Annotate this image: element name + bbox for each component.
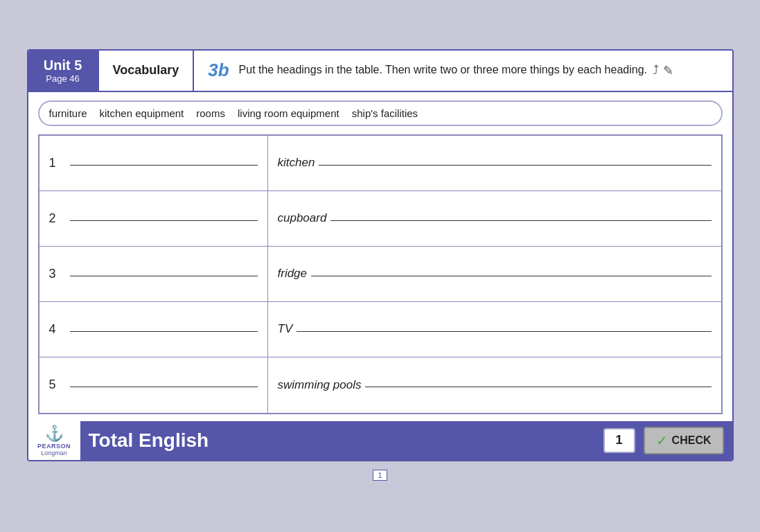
footer: ⚓ PEARSON Longman Total English 1 ✓ CHEC…: [28, 421, 732, 460]
footer-title: Total English: [89, 429, 603, 452]
tag-kitchen-equipment[interactable]: kitchen equipment: [100, 107, 184, 119]
check-icon: ✓: [656, 432, 668, 449]
col-right-2: cupboard: [268, 191, 721, 246]
table-row: 1 kitchen: [39, 136, 721, 191]
col-left-3: 3: [39, 247, 268, 301]
exercise-box: 3b Put the headings in the table. Then w…: [194, 51, 732, 91]
unit-title: Unit 5: [44, 57, 82, 73]
col-left-1: 1: [39, 136, 268, 190]
pencil-icon: ✎: [663, 63, 673, 78]
tag-strip: furniture kitchen equipment rooms living…: [38, 100, 723, 126]
blank-line-4[interactable]: [70, 331, 258, 332]
tag-living-room-equipment[interactable]: living room equipment: [238, 107, 339, 119]
right-word-1: kitchen: [278, 156, 315, 170]
right-word-2: cupboard: [278, 211, 327, 225]
check-label: CHECK: [672, 434, 712, 447]
table-row: 3 fridge: [39, 247, 721, 302]
right-word-4: TV: [278, 322, 293, 336]
row-number-3: 3: [49, 267, 63, 281]
unit-page: Page 46: [46, 73, 79, 84]
blank-line-3[interactable]: [70, 276, 258, 276]
blank-line-2[interactable]: [70, 220, 258, 221]
logo-pearson: PEARSON: [37, 443, 71, 450]
col-left-5: 5: [39, 357, 268, 413]
logo-longman: Longman: [41, 450, 67, 456]
right-blank-1[interactable]: [319, 165, 711, 166]
exercise-instruction: Put the headings in the table. Then writ…: [239, 62, 647, 78]
tag-furniture[interactable]: furniture: [49, 107, 87, 119]
header: Unit 5 Page 46 Vocabulary 3b Put the hea…: [28, 51, 732, 92]
main-container: Unit 5 Page 46 Vocabulary 3b Put the hea…: [27, 49, 734, 461]
right-word-5: swimming pools: [278, 378, 362, 392]
right-blank-3[interactable]: [311, 276, 711, 276]
check-button[interactable]: ✓ CHECK: [644, 427, 724, 454]
row-number-5: 5: [49, 378, 63, 392]
col-right-3: fridge: [268, 247, 721, 301]
right-blank-5[interactable]: [365, 387, 711, 387]
tag-rooms[interactable]: rooms: [196, 107, 225, 119]
blank-line-5[interactable]: [70, 387, 258, 387]
bottom-indicator: 1: [370, 466, 389, 484]
col-right-5: swimming pools: [268, 357, 721, 413]
exercise-number: 3b: [208, 60, 229, 81]
page-indicator: 1: [373, 470, 387, 481]
exercise-table: 1 kitchen 2 cupboard: [38, 134, 723, 414]
pearson-icon: ⚓: [45, 425, 64, 443]
right-blank-2[interactable]: [330, 220, 711, 221]
header-icons: ⤴ ✎: [653, 63, 673, 78]
logo-area: ⚓ PEARSON Longman: [28, 421, 80, 460]
page-number-box[interactable]: 1: [603, 428, 635, 453]
table-row: 2 cupboard: [39, 191, 721, 247]
vocab-label: Vocabulary: [98, 51, 195, 91]
right-word-3: fridge: [278, 267, 308, 281]
unit-box: Unit 5 Page 46: [28, 51, 98, 91]
tag-ships-facilities[interactable]: ship's facilities: [352, 107, 418, 119]
cursor-icon: ⤴: [653, 63, 659, 78]
table-row: 5 swimming pools: [39, 357, 721, 413]
row-number-1: 1: [49, 156, 63, 170]
table-row: 4 TV: [39, 302, 721, 357]
col-left-4: 4: [39, 302, 268, 357]
right-blank-4[interactable]: [297, 331, 711, 332]
row-number-2: 2: [49, 211, 63, 226]
col-right-4: TV: [268, 302, 721, 357]
col-right-1: kitchen: [268, 136, 721, 190]
blank-line-1[interactable]: [70, 165, 258, 166]
col-left-2: 2: [39, 191, 268, 246]
row-number-4: 4: [49, 322, 63, 337]
